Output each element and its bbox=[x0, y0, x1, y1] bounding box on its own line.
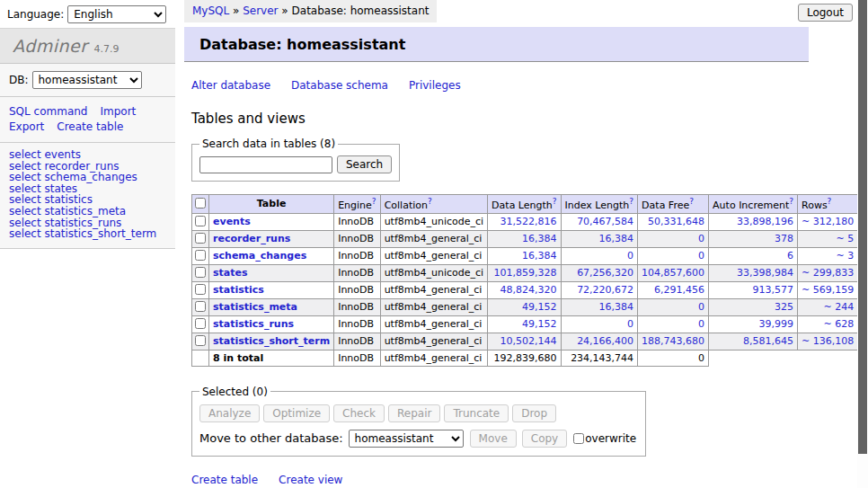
row-checkbox[interactable] bbox=[195, 216, 206, 226]
move-button[interactable]: Move bbox=[470, 430, 517, 448]
row-checkbox[interactable] bbox=[195, 318, 206, 329]
collation-cell: utf8mb4_general_ci bbox=[380, 333, 487, 350]
select-all-checkbox[interactable] bbox=[195, 198, 206, 209]
database-action-link[interactable]: Database schema bbox=[291, 79, 388, 92]
data-free-cell: 104,857,600 bbox=[638, 264, 709, 281]
column-header: Auto Increment? bbox=[709, 195, 798, 214]
database-action-link[interactable]: Alter database bbox=[191, 79, 270, 92]
row-checkbox[interactable] bbox=[195, 284, 206, 295]
language-row: Language: English bbox=[0, 0, 175, 28]
selected-fieldset: Selected (0) AnalyzeOptimizeCheckRepairT… bbox=[191, 386, 646, 457]
language-select[interactable]: English bbox=[67, 5, 166, 23]
table-header-row: TableEngine?Collation?Data Length?Index … bbox=[192, 195, 868, 214]
row-checkbox[interactable] bbox=[195, 301, 206, 312]
engine-cell: InnoDB bbox=[334, 315, 380, 333]
auto-increment-cell: 39,999 bbox=[709, 315, 798, 333]
overwrite-label: overwrite bbox=[585, 432, 636, 445]
table-row: states InnoDB utf8mb4_unicode_ci 101,859… bbox=[192, 264, 868, 281]
column-header: Index Length? bbox=[561, 195, 638, 214]
sidebar-select-link[interactable]: select events bbox=[9, 149, 166, 161]
selected-action-button[interactable]: Analyze bbox=[199, 404, 260, 422]
sidebar-select-link[interactable]: select statistics_meta bbox=[9, 206, 166, 217]
sidebar-action-link[interactable]: Create table bbox=[57, 120, 123, 135]
index-length-cell: 67,256,320 bbox=[561, 264, 638, 281]
auto-increment-cell: 8,581,645 bbox=[709, 333, 798, 350]
header-help-link[interactable]: ? bbox=[789, 197, 793, 206]
header-help-link[interactable]: ? bbox=[553, 197, 557, 206]
row-checkbox[interactable] bbox=[195, 335, 206, 346]
collation-cell: utf8mb4_general_ci bbox=[380, 281, 487, 298]
move-database-select[interactable]: homeassistant bbox=[349, 430, 464, 448]
database-action-link[interactable]: Privileges bbox=[409, 79, 461, 92]
sidebar-action-link[interactable]: SQL command bbox=[9, 104, 87, 120]
table-name-link[interactable]: events bbox=[213, 216, 251, 227]
rows-cell: ~ 312,180 bbox=[798, 213, 858, 230]
selected-action-button[interactable]: Check bbox=[333, 404, 385, 422]
table-name-link[interactable]: schema_changes bbox=[213, 250, 306, 262]
selected-action-button[interactable]: Truncate bbox=[444, 404, 509, 422]
create-link[interactable]: Create table bbox=[191, 474, 258, 486]
create-links: Create tableCreate view bbox=[191, 474, 813, 486]
sidebar-action-link[interactable]: Import bbox=[100, 104, 136, 120]
index-length-cell: 16,384 bbox=[561, 230, 638, 247]
header-help-link[interactable]: ? bbox=[428, 197, 432, 206]
collation-cell: utf8mb4_unicode_ci bbox=[380, 213, 487, 230]
sidebar-action-link[interactable]: Export bbox=[9, 120, 44, 135]
data-length-cell: 16,384 bbox=[488, 247, 561, 264]
search-input[interactable] bbox=[199, 156, 332, 173]
header-help-link[interactable]: ? bbox=[629, 197, 633, 206]
selected-legend: Selected (0) bbox=[199, 386, 270, 398]
selected-action-button[interactable]: Optimize bbox=[263, 404, 330, 422]
table-name-link[interactable]: recorder_runs bbox=[213, 233, 290, 244]
db-select[interactable]: homeassistant bbox=[32, 71, 142, 89]
engine-cell: InnoDB bbox=[334, 264, 380, 281]
move-row: Move to other database: homeassistant Mo… bbox=[199, 430, 636, 448]
index-length-cell: 16,384 bbox=[561, 298, 638, 315]
breadcrumb-separator: » bbox=[279, 4, 292, 17]
selected-buttons: AnalyzeOptimizeCheckRepairTruncateDrop bbox=[199, 404, 636, 422]
sidebar-select-link[interactable]: select statistics_short_term bbox=[9, 228, 166, 240]
row-checkbox[interactable] bbox=[195, 267, 206, 278]
search-fieldset: Search data in tables (8) Search bbox=[191, 138, 400, 182]
breadcrumb-item[interactable]: MySQL bbox=[192, 4, 229, 17]
data-free-cell: 0 bbox=[638, 315, 709, 333]
table-row: statistics_meta InnoDB utf8mb4_general_c… bbox=[192, 298, 868, 315]
header-help-link[interactable]: ? bbox=[828, 197, 832, 206]
table-name-link[interactable]: statistics_meta bbox=[213, 301, 297, 313]
selected-action-button[interactable]: Drop bbox=[512, 404, 556, 422]
engine-cell: InnoDB bbox=[334, 281, 380, 298]
table-row: recorder_runs InnoDB utf8mb4_general_ci … bbox=[192, 230, 868, 247]
header-help-link[interactable]: ? bbox=[689, 197, 694, 206]
engine-cell: InnoDB bbox=[334, 333, 380, 350]
create-link[interactable]: Create view bbox=[279, 474, 342, 486]
breadcrumb: MySQL » Server » Database: homeassistant bbox=[184, 0, 437, 22]
language-label: Language: bbox=[7, 8, 64, 21]
sidebar: Language: English Adminer 4.7.9 DB: home… bbox=[0, 0, 175, 488]
index-length-cell: 0 bbox=[561, 247, 638, 264]
data-free-cell: 0 bbox=[638, 247, 709, 264]
auto-increment-cell: 33,898,196 bbox=[709, 213, 798, 230]
search-button[interactable]: Search bbox=[337, 155, 392, 173]
table-name-link[interactable]: states bbox=[213, 267, 248, 279]
header-help-link[interactable]: ? bbox=[372, 197, 376, 206]
selected-action-button[interactable]: Repair bbox=[388, 404, 440, 422]
sidebar-table-links: select eventsselect recorder_runsselect … bbox=[0, 143, 175, 249]
row-checkbox[interactable] bbox=[195, 250, 206, 261]
breadcrumb-item[interactable]: Server bbox=[243, 4, 278, 17]
engine-cell: InnoDB bbox=[334, 247, 380, 264]
logout-button[interactable]: Logout bbox=[798, 4, 853, 22]
table-name-link[interactable]: statistics_short_term bbox=[213, 335, 330, 347]
scrollbar[interactable] bbox=[857, 0, 868, 488]
scrollbar-thumb[interactable] bbox=[858, 0, 867, 454]
engine-cell: InnoDB bbox=[334, 230, 380, 247]
data-free-cell: 0 bbox=[638, 230, 709, 247]
table-name-link[interactable]: statistics bbox=[213, 284, 264, 296]
index-length-cell: 24,166,400 bbox=[561, 333, 638, 350]
overwrite-checkbox[interactable] bbox=[573, 433, 584, 444]
copy-button[interactable]: Copy bbox=[522, 430, 567, 448]
sidebar-select-link[interactable]: select schema_changes bbox=[9, 172, 166, 183]
data-length-cell: 31,522,816 bbox=[488, 213, 561, 230]
table-footer-row: 8 in total InnoDB utf8mb4_general_ci 192… bbox=[192, 350, 868, 366]
row-checkbox[interactable] bbox=[195, 233, 206, 244]
table-name-link[interactable]: statistics_runs bbox=[213, 318, 294, 330]
